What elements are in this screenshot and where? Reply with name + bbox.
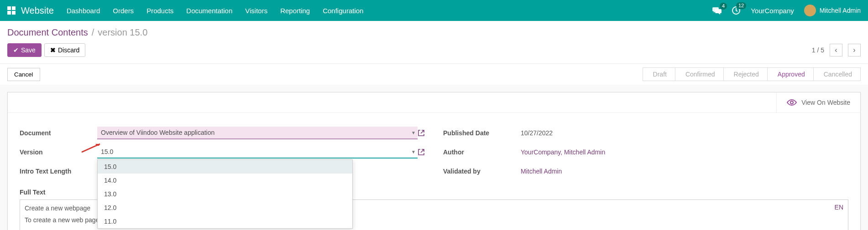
nav-visitors[interactable]: Visitors xyxy=(245,7,267,15)
check-icon: ✔ xyxy=(13,46,19,54)
caret-down-icon[interactable]: ▼ xyxy=(409,128,418,137)
form-sheet: View On Website Document Overview of Vii… xyxy=(7,92,861,230)
avatar-icon xyxy=(804,5,816,16)
pager-text: 1 / 5 xyxy=(812,46,824,54)
version-dropdown: 15.0 14.0 13.0 12.0 11.0 xyxy=(97,159,353,229)
stage-confirmed[interactable]: Confirmed xyxy=(675,67,724,81)
dropdown-option[interactable]: 13.0 xyxy=(98,187,352,201)
nav-orders[interactable]: Orders xyxy=(113,7,134,15)
chat-icon[interactable]: 4 xyxy=(712,6,722,15)
top-nav: Website Dashboard Orders Products Docume… xyxy=(0,0,868,21)
value-validated[interactable]: Mitchell Admin xyxy=(521,168,848,175)
chat-badge: 4 xyxy=(720,3,727,10)
label-document: Document xyxy=(20,129,97,137)
document-field[interactable]: Overview of Viindoo Website application … xyxy=(97,127,418,139)
stage-draft[interactable]: Draft xyxy=(643,67,675,81)
nav-reporting[interactable]: Reporting xyxy=(280,7,310,15)
dropdown-option[interactable]: 14.0 xyxy=(98,174,352,187)
language-badge[interactable]: EN xyxy=(835,204,843,211)
breadcrumb-current: version 15.0 xyxy=(98,27,147,38)
save-button[interactable]: ✔ Save xyxy=(7,43,42,57)
close-icon: ✖ xyxy=(50,46,56,54)
version-value: 15.0 xyxy=(97,146,409,158)
user-name: Mitchell Admin xyxy=(820,7,861,14)
view-on-website-label: View On Website xyxy=(801,99,850,106)
breadcrumb-parent[interactable]: Document Contents xyxy=(7,27,88,38)
svg-point-1 xyxy=(790,101,793,104)
document-value: Overview of Viindoo Website application xyxy=(97,127,409,138)
stage-row: Cancel Draft Confirmed Rejected Approved… xyxy=(0,63,868,85)
controls-row: ✔ Save ✖ Discard 1 / 5 ‹ › xyxy=(0,41,868,63)
activity-icon[interactable]: 12 xyxy=(732,6,741,15)
label-validated: Validated by xyxy=(443,168,521,175)
dropdown-option[interactable]: 12.0 xyxy=(98,201,352,215)
pager-next[interactable]: › xyxy=(848,44,861,56)
nav-configuration[interactable]: Configuration xyxy=(323,7,363,15)
dropdown-option[interactable]: 15.0 xyxy=(98,160,352,174)
pager: 1 / 5 ‹ › xyxy=(812,44,861,56)
activity-badge: 12 xyxy=(736,2,746,9)
statusbar: Draft Confirmed Rejected Approved Cancel… xyxy=(643,67,861,81)
label-intro: Intro Text Length xyxy=(20,168,97,175)
label-version: Version xyxy=(20,148,97,156)
external-link-icon[interactable] xyxy=(418,129,425,137)
stage-cancelled[interactable]: Cancelled xyxy=(814,67,861,81)
breadcrumb: Document Contents / version 15.0 xyxy=(0,21,868,41)
discard-label: Discard xyxy=(58,46,79,54)
caret-down-icon[interactable]: ▼ xyxy=(409,148,418,156)
nav-dashboard[interactable]: Dashboard xyxy=(67,7,100,15)
save-label: Save xyxy=(21,46,36,54)
nav-products[interactable]: Products xyxy=(146,7,173,15)
value-author[interactable]: YourCompany, Mitchell Admin xyxy=(521,148,848,156)
version-field[interactable]: 15.0 ▼ xyxy=(97,146,418,158)
dropdown-option[interactable]: 11.0 xyxy=(98,215,352,228)
company-selector[interactable]: YourCompany xyxy=(751,7,794,15)
external-link-icon[interactable] xyxy=(418,148,425,156)
eye-icon xyxy=(787,99,797,106)
discard-button[interactable]: ✖ Discard xyxy=(44,43,85,57)
breadcrumb-sep: / xyxy=(92,27,94,38)
label-author: Author xyxy=(443,148,521,156)
apps-icon[interactable] xyxy=(7,6,16,15)
label-published: Published Date xyxy=(443,129,521,137)
value-published[interactable]: 10/27/2022 xyxy=(521,129,848,137)
stage-approved[interactable]: Approved xyxy=(768,67,814,81)
cancel-button[interactable]: Cancel xyxy=(7,68,40,81)
user-menu[interactable]: Mitchell Admin xyxy=(804,5,861,16)
view-on-website-button[interactable]: View On Website xyxy=(776,92,860,112)
nav-documentation[interactable]: Documentation xyxy=(186,7,232,15)
pager-prev[interactable]: ‹ xyxy=(830,44,842,56)
brand[interactable]: Website xyxy=(21,5,54,16)
stage-rejected[interactable]: Rejected xyxy=(724,67,768,81)
